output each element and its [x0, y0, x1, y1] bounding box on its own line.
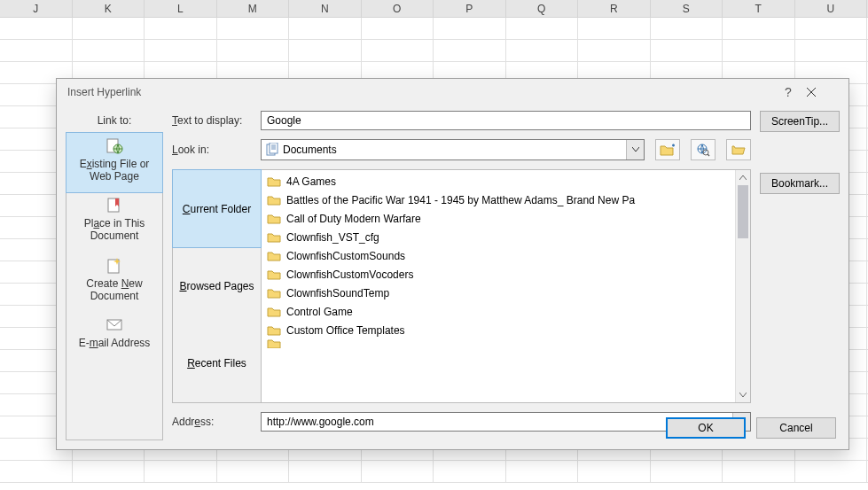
folder-icon — [267, 250, 281, 262]
cell[interactable] — [73, 18, 145, 39]
cell[interactable] — [795, 40, 868, 61]
cell[interactable] — [145, 461, 217, 482]
column-header[interactable]: S — [651, 0, 723, 17]
column-header[interactable]: U — [795, 0, 868, 17]
cell[interactable] — [289, 40, 362, 61]
cell[interactable] — [434, 461, 506, 482]
browse-tabs: Current FolderBrowsed PagesRecent Files — [173, 170, 262, 402]
file-list-item[interactable]: ClownfishCustomVocoders — [262, 265, 735, 284]
cell[interactable] — [651, 18, 723, 39]
file-list-scrollbar[interactable] — [735, 170, 750, 402]
close-button[interactable] — [806, 87, 841, 97]
cell[interactable] — [506, 18, 579, 39]
file-list-item[interactable] — [262, 339, 735, 348]
cell[interactable] — [434, 18, 506, 39]
column-header[interactable]: O — [362, 0, 434, 17]
screentip-button-label: ScreenTip... — [771, 115, 828, 128]
cell[interactable] — [145, 18, 217, 39]
ok-button[interactable]: OK — [666, 417, 746, 439]
link-to-option[interactable]: Existing File or Web Page — [66, 132, 163, 193]
help-button[interactable]: ? — [770, 85, 806, 99]
scroll-thumb[interactable] — [738, 185, 748, 238]
cell[interactable] — [651, 40, 723, 61]
column-header[interactable]: L — [145, 0, 217, 17]
file-list-item[interactable]: ClownfishSoundTemp — [262, 284, 735, 302]
page-globe-icon — [106, 138, 123, 154]
file-list-item[interactable]: Control Game — [262, 302, 735, 321]
browse-tab[interactable]: Browsed Pages — [173, 247, 261, 324]
text-to-display-input[interactable] — [261, 111, 751, 130]
cell[interactable] — [362, 461, 434, 482]
address-input[interactable] — [262, 413, 732, 431]
file-list-item[interactable]: Battles of the Pacific War 1941 - 1945 b… — [262, 191, 735, 209]
file-list-item[interactable]: Custom Office Templates — [262, 321, 735, 339]
cell[interactable] — [795, 461, 868, 482]
folder-icon — [267, 213, 281, 225]
look-in-combo[interactable]: Documents — [261, 139, 645, 160]
browse-file-button[interactable] — [726, 139, 751, 160]
screentip-button[interactable]: ScreenTip... — [760, 111, 840, 132]
link-to-option[interactable]: E-mail Address — [66, 312, 162, 359]
column-header[interactable]: J — [0, 0, 73, 17]
column-header[interactable]: N — [289, 0, 362, 17]
scroll-track[interactable] — [736, 185, 750, 387]
cell[interactable] — [217, 18, 290, 39]
column-header[interactable]: K — [73, 0, 145, 17]
cell[interactable] — [217, 40, 290, 61]
bookmark-button-label: Bookmark... — [771, 177, 828, 190]
cell[interactable] — [145, 40, 217, 61]
dialog-title: Insert Hyperlink — [67, 86, 770, 98]
cell[interactable] — [434, 40, 506, 61]
file-list-item[interactable]: ClownfishCustomSounds — [262, 246, 735, 265]
cell[interactable] — [362, 18, 434, 39]
browse-tab[interactable]: Recent Files — [173, 325, 261, 402]
cell[interactable] — [289, 461, 362, 482]
browse-tab-label: Browsed Pages — [179, 280, 254, 292]
cell[interactable] — [73, 40, 145, 61]
link-to-option[interactable]: Place in This Document — [66, 192, 162, 253]
link-to-panel: Existing File or Web PagePlace in This D… — [66, 132, 163, 440]
cell[interactable] — [0, 40, 73, 61]
cell[interactable] — [651, 461, 723, 482]
file-list[interactable]: 4A GamesBattles of the Pacific War 1941 … — [262, 170, 735, 402]
up-one-level-button[interactable] — [655, 139, 680, 160]
folder-open-icon — [731, 144, 746, 156]
column-header[interactable]: T — [723, 0, 795, 17]
column-header[interactable]: M — [217, 0, 290, 17]
cell[interactable] — [578, 461, 651, 482]
browse-tab-label: Recent Files — [187, 357, 246, 369]
look-in-dropdown-arrow[interactable] — [626, 140, 644, 159]
cell[interactable] — [0, 18, 73, 39]
file-name: Clownfish_VST_cfg — [286, 231, 379, 244]
cancel-button[interactable]: Cancel — [756, 417, 836, 439]
browse-web-button[interactable] — [691, 139, 716, 160]
file-list-item[interactable]: Call of Duty Modern Warfare — [262, 209, 735, 228]
scroll-up-button[interactable] — [736, 170, 750, 185]
file-list-item[interactable]: 4A Games — [262, 172, 735, 191]
cell[interactable] — [723, 40, 795, 61]
insert-hyperlink-dialog: Insert Hyperlink ? Link to: Existing Fil… — [56, 78, 849, 450]
column-header[interactable]: P — [434, 0, 506, 17]
folder-icon — [267, 306, 281, 318]
bookmark-button[interactable]: Bookmark... — [760, 173, 840, 194]
browse-tab[interactable]: Current Folder — [172, 169, 262, 248]
cell[interactable] — [362, 40, 434, 61]
cell[interactable] — [506, 40, 579, 61]
cell[interactable] — [723, 18, 795, 39]
cell[interactable] — [578, 18, 651, 39]
dialog-titlebar[interactable]: Insert Hyperlink ? — [57, 79, 848, 105]
cell[interactable] — [795, 18, 868, 39]
column-header[interactable]: R — [578, 0, 651, 17]
link-to-label: Link to: — [66, 111, 163, 132]
cell[interactable] — [289, 18, 362, 39]
cell[interactable] — [0, 461, 73, 482]
cell[interactable] — [578, 40, 651, 61]
column-header[interactable]: Q — [506, 0, 579, 17]
cell[interactable] — [506, 461, 579, 482]
cell[interactable] — [723, 461, 795, 482]
cell[interactable] — [217, 461, 290, 482]
cell[interactable] — [73, 461, 145, 482]
file-list-item[interactable]: Clownfish_VST_cfg — [262, 228, 735, 246]
link-to-option[interactable]: Create New Document — [66, 253, 162, 313]
scroll-down-button[interactable] — [736, 387, 750, 402]
